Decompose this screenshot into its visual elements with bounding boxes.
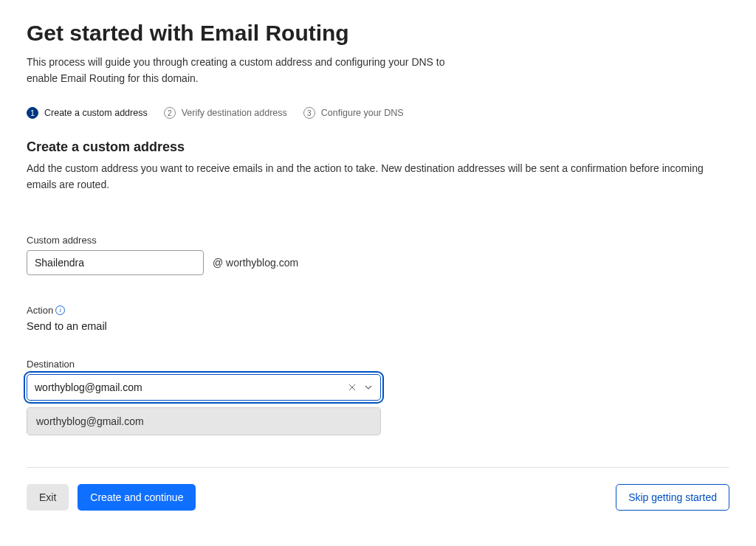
footer-divider <box>27 467 729 468</box>
page-description: This process will guide you through crea… <box>27 55 470 86</box>
action-value: Send to an email <box>27 320 729 332</box>
step-number-icon: 1 <box>27 107 38 119</box>
custom-address-label: Custom address <box>27 235 729 246</box>
custom-address-field: Custom address @ worthyblog.com <box>27 235 729 275</box>
skip-button[interactable]: Skip getting started <box>616 484 729 511</box>
action-field: Action i Send to an email <box>27 305 729 332</box>
domain-suffix: @ worthyblog.com <box>213 257 298 269</box>
step-number-icon: 3 <box>303 107 315 119</box>
page-title: Get started with Email Routing <box>27 21 729 46</box>
destination-dropdown: worthyblog@gmail.com <box>27 407 381 435</box>
step-number-icon: 2 <box>164 107 176 119</box>
destination-combobox[interactable] <box>27 374 381 401</box>
destination-label: Destination <box>27 359 381 370</box>
clear-icon[interactable] <box>346 381 358 393</box>
destination-field: Destination worthyblog@gmail.com <box>27 359 381 401</box>
info-icon[interactable]: i <box>55 305 65 315</box>
chevron-down-icon[interactable] <box>362 381 374 393</box>
progress-steps: 1 Create a custom address 2 Verify desti… <box>27 107 729 119</box>
exit-button[interactable]: Exit <box>27 484 69 511</box>
step-verify-destination: 2 Verify destination address <box>164 107 287 119</box>
step-configure-dns: 3 Configure your DNS <box>303 107 404 119</box>
step-label: Create a custom address <box>44 108 148 118</box>
destination-input[interactable] <box>35 375 346 400</box>
create-continue-button[interactable]: Create and continue <box>78 484 196 511</box>
step-create-address: 1 Create a custom address <box>27 107 148 119</box>
action-label: Action i <box>27 305 729 316</box>
step-label: Configure your DNS <box>321 108 404 118</box>
footer: Exit Create and continue Skip getting st… <box>27 484 729 511</box>
custom-address-input[interactable] <box>27 250 204 275</box>
destination-option[interactable]: worthyblog@gmail.com <box>27 408 380 435</box>
step-label: Verify destination address <box>182 108 287 118</box>
section-title: Create a custom address <box>27 139 729 155</box>
section-description: Add the custom address you want to recei… <box>27 161 729 193</box>
